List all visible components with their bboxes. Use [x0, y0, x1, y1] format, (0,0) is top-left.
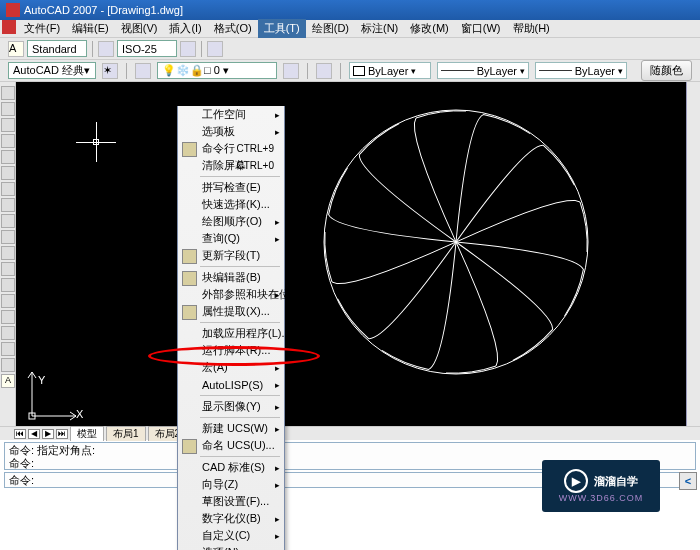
menu-item-28[interactable]: 数字化仪(B)▸ — [178, 510, 284, 527]
hatch-icon[interactable] — [1, 310, 15, 324]
arc-icon[interactable] — [1, 166, 15, 180]
dim-style-select[interactable]: ISO-25 — [117, 40, 177, 57]
menu-item-label: 运行脚本(R)... — [202, 343, 270, 358]
table-style-icon[interactable] — [207, 41, 223, 57]
menu-item-5[interactable]: 拼写检查(E) — [178, 179, 284, 196]
revcloud-icon[interactable] — [1, 198, 15, 212]
pline-icon[interactable] — [1, 118, 15, 132]
tab-nav-last[interactable]: ⏭ — [56, 429, 68, 439]
menu-item-1[interactable]: 选项板▸ — [178, 123, 284, 140]
linetype-select[interactable]: ByLayer▾ — [437, 62, 529, 79]
menu-insert[interactable]: 插入(I) — [163, 19, 207, 38]
menu-draw[interactable]: 绘图(D) — [306, 19, 355, 38]
submenu-arrow-icon: ▸ — [275, 463, 280, 473]
insert-icon[interactable] — [1, 262, 15, 276]
menu-item-15[interactable]: 加载应用程序(L)... — [178, 325, 284, 342]
menu-item-29[interactable]: 自定义(C)▸ — [178, 527, 284, 544]
text-style-select[interactable]: Standard — [27, 40, 87, 57]
menu-edit[interactable]: 编辑(E) — [66, 19, 115, 38]
menu-item-11[interactable]: 块编辑器(B) — [178, 269, 284, 286]
submenu-arrow-icon: ▸ — [275, 217, 280, 227]
table-icon[interactable] — [1, 358, 15, 372]
menu-view[interactable]: 视图(V) — [115, 19, 164, 38]
dim-style-icon[interactable] — [98, 41, 114, 57]
menu-item-label: CAD 标准(S) — [202, 460, 265, 475]
layer-select[interactable]: 💡❄️🔒□ 0 ▾ — [157, 62, 277, 79]
menu-tools[interactable]: 工具(T) — [258, 19, 306, 38]
block-icon[interactable] — [1, 278, 15, 292]
gradient-icon[interactable] — [1, 326, 15, 340]
menu-separator — [200, 456, 280, 457]
menu-format[interactable]: 格式(O) — [208, 19, 258, 38]
menu-item-6[interactable]: 快速选择(K)... — [178, 196, 284, 213]
submenu-arrow-icon: ▸ — [275, 424, 280, 434]
title-bar: AutoCAD 2007 - [Drawing1.dwg] — [0, 0, 700, 20]
color-override-button[interactable]: 随颜色 — [641, 60, 692, 81]
menu-item-2[interactable]: 命令行CTRL+9 — [178, 140, 284, 157]
submenu-arrow-icon: ▸ — [275, 127, 280, 137]
menu-item-3[interactable]: 清除屏幕CTRL+0 — [178, 157, 284, 174]
menu-item-label: 属性提取(X)... — [202, 304, 270, 319]
tab-layout1[interactable]: 布局1 — [106, 426, 146, 441]
menu-item-label: 自定义(C) — [202, 528, 250, 543]
lineweight-select[interactable]: ByLayer▾ — [535, 62, 627, 79]
tab-nav-first[interactable]: ⏮ — [14, 429, 26, 439]
mtext-icon[interactable]: A — [1, 374, 15, 388]
submenu-arrow-icon: ▸ — [275, 234, 280, 244]
color-select[interactable]: ByLayer▾ — [349, 62, 431, 79]
drawing-canvas[interactable]: Y X — [16, 82, 700, 426]
menu-item-0[interactable]: 工作空间▸ — [178, 106, 284, 123]
layer-prev-icon[interactable] — [283, 63, 299, 79]
region-icon[interactable] — [1, 342, 15, 356]
ws-settings-icon[interactable]: ✶ — [102, 63, 118, 79]
menu-item-label: 新建 UCS(W) — [202, 421, 268, 436]
menu-item-23[interactable]: 命名 UCS(U)... — [178, 437, 284, 454]
menu-item-label: 查询(Q) — [202, 231, 240, 246]
ellipse-icon[interactable] — [1, 230, 15, 244]
tab-nav-prev[interactable]: ◀ — [28, 429, 40, 439]
tab-model[interactable]: 模型 — [70, 426, 104, 441]
menu-file[interactable]: 文件(F) — [18, 19, 66, 38]
spline-icon[interactable] — [1, 214, 15, 228]
xline-icon[interactable] — [1, 102, 15, 116]
menu-item-12[interactable]: 外部参照和块在位编辑▸ — [178, 286, 284, 303]
layer-icon[interactable] — [135, 63, 151, 79]
toolbar-styles: A Standard ISO-25 — [0, 38, 700, 60]
menu-item-22[interactable]: 新建 UCS(W)▸ — [178, 420, 284, 437]
tools-dropdown: 工作空间▸选项板▸命令行CTRL+9清除屏幕CTRL+0拼写检查(E)快速选择(… — [177, 106, 285, 550]
polygon-icon[interactable] — [1, 134, 15, 148]
menu-item-18[interactable]: AutoLISP(S)▸ — [178, 376, 284, 393]
menu-item-26[interactable]: 向导(Z)▸ — [178, 476, 284, 493]
menu-item-13[interactable]: 属性提取(X)... — [178, 303, 284, 320]
app-icon — [6, 3, 20, 17]
rect-icon[interactable] — [1, 150, 15, 164]
menu-help[interactable]: 帮助(H) — [507, 19, 556, 38]
line-icon[interactable] — [1, 86, 15, 100]
point-icon[interactable] — [1, 294, 15, 308]
text-style-icon[interactable]: A — [8, 41, 24, 57]
menu-modify[interactable]: 修改(M) — [404, 19, 455, 38]
menu-item-7[interactable]: 绘图顺序(O)▸ — [178, 213, 284, 230]
menu-window[interactable]: 窗口(W) — [455, 19, 507, 38]
menu-item-label: 宏(A) — [202, 360, 228, 375]
command-right-icon[interactable]: < — [679, 472, 697, 490]
menu-dim[interactable]: 标注(N) — [355, 19, 404, 38]
drawing-spiral — [316, 102, 596, 382]
menu-item-label: 显示图像(Y) — [202, 399, 261, 414]
workspace-select[interactable]: AutoCAD 经典 ▾ — [8, 62, 96, 79]
dim-edit-icon[interactable] — [180, 41, 196, 57]
menu-separator — [200, 395, 280, 396]
menu-item-25[interactable]: CAD 标准(S)▸ — [178, 459, 284, 476]
layer-states-icon[interactable] — [316, 63, 332, 79]
right-scrollbar[interactable] — [686, 82, 700, 426]
menu-item-16[interactable]: 运行脚本(R)... — [178, 342, 284, 359]
menu-item-30[interactable]: 选项(N)... — [178, 544, 284, 550]
menu-item-8[interactable]: 查询(Q)▸ — [178, 230, 284, 247]
menu-item-27[interactable]: 草图设置(F)... — [178, 493, 284, 510]
ellipse-arc-icon[interactable] — [1, 246, 15, 260]
circle-icon[interactable] — [1, 182, 15, 196]
menu-item-9[interactable]: 更新字段(T) — [178, 247, 284, 264]
menu-item-17[interactable]: 宏(A)▸ — [178, 359, 284, 376]
menu-item-20[interactable]: 显示图像(Y)▸ — [178, 398, 284, 415]
tab-nav-next[interactable]: ▶ — [42, 429, 54, 439]
